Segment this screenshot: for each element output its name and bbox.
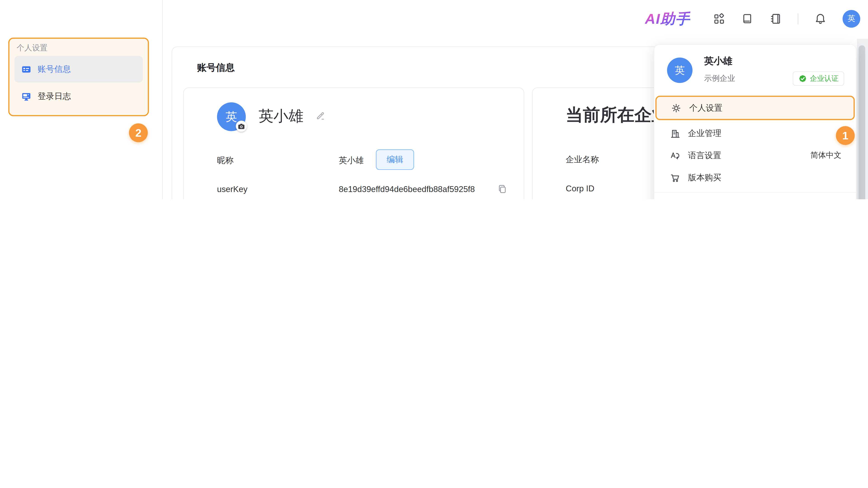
monitor-icon: [22, 92, 31, 101]
profile-avatar[interactable]: 英: [217, 102, 246, 131]
menu-item-label: 个人设置: [689, 103, 722, 113]
profile-card: 英 英小雄 昵称 英小雄: [183, 88, 524, 199]
avatar-initial: 英: [225, 109, 237, 125]
verified-badge-label: 企业认证: [810, 74, 839, 84]
change-avatar-camera-icon[interactable]: [236, 121, 247, 132]
sidebar-panel-title: 个人设置: [17, 43, 48, 53]
enterprise-name-label: 企业名称: [566, 154, 599, 165]
profile-display-name: 英小雄: [258, 106, 303, 126]
header-divider: [798, 13, 798, 24]
menu-item-enterprise-management[interactable]: 企业管理: [654, 122, 856, 144]
sidebar-item-label: 账号信息: [38, 64, 71, 74]
nickname-value: 英小雄: [339, 156, 364, 166]
sidebar-item-label: 登录日志: [38, 91, 71, 102]
menu-item-personal-settings[interactable]: 个人设置: [655, 96, 855, 120]
apps-grid-icon[interactable]: [713, 13, 725, 25]
language-current-value: 简体中文: [810, 151, 841, 160]
edit-nickname-button[interactable]: 编辑: [376, 149, 414, 170]
menu-item-label: 版本购买: [688, 172, 721, 183]
tutorial-step-2-badge: 2: [129, 123, 148, 142]
menu-item-purchase-version[interactable]: 版本购买: [654, 166, 856, 189]
user-avatar[interactable]: 英: [842, 10, 860, 28]
enterprise-verified-badge: 企业认证: [793, 71, 844, 86]
id-card-icon: [22, 64, 31, 74]
gear-icon: [671, 103, 682, 113]
user-dropdown-menu: 英 英小雄 示例企业 企业认证: [654, 44, 856, 199]
avatar-initial: 英: [675, 64, 685, 77]
shopping-cart-icon: [670, 172, 680, 183]
building-icon: [670, 128, 680, 139]
avatar-initial: 英: [847, 14, 855, 24]
verified-seal-icon: [798, 74, 807, 83]
language-translate-icon: [670, 150, 680, 161]
menu-item-label: 语言设置: [688, 150, 721, 161]
menu-item-language-settings[interactable]: 语言设置 简体中文: [654, 144, 856, 166]
app-logo: AI助手: [645, 9, 690, 29]
menu-item-label: 企业管理: [688, 128, 721, 139]
nickname-label: 昵称: [217, 156, 234, 166]
header-right: AI助手: [645, 0, 860, 38]
menu-item-logout[interactable]: 退出登录: [654, 195, 856, 199]
edit-name-pencil-icon[interactable]: [315, 111, 325, 121]
copy-userkey-icon[interactable]: [498, 184, 507, 194]
sidebar-item-account-info[interactable]: 账号信息: [14, 56, 143, 83]
corp-id-label: Corp ID: [566, 184, 594, 193]
notifications-bell-icon[interactable]: [814, 13, 827, 25]
userkey-value: 8e19d39effd94de6beedfb88af5925f8: [339, 184, 475, 194]
menu-divider: [654, 192, 856, 193]
enterprise-card-title: 当前所在企业: [566, 103, 669, 127]
dropdown-org-name: 示例企业: [704, 74, 735, 84]
dropdown-user-name: 英小雄: [704, 55, 733, 67]
tutorial-step-1-badge: 1: [836, 126, 855, 145]
userkey-label: userKey: [217, 184, 248, 194]
account-info-title: 账号信息: [197, 61, 235, 74]
dropdown-avatar: 英: [667, 58, 692, 83]
docs-book-icon[interactable]: [741, 13, 753, 25]
notebook-icon[interactable]: [770, 13, 782, 25]
sidebar-item-login-log[interactable]: 登录日志: [14, 84, 143, 108]
app-root: « 返回 AI助手: [0, 0, 868, 199]
vertical-scrollbar-thumb[interactable]: [859, 45, 865, 199]
sidebar-settings-panel: 个人设置 账号信息: [8, 38, 149, 116]
